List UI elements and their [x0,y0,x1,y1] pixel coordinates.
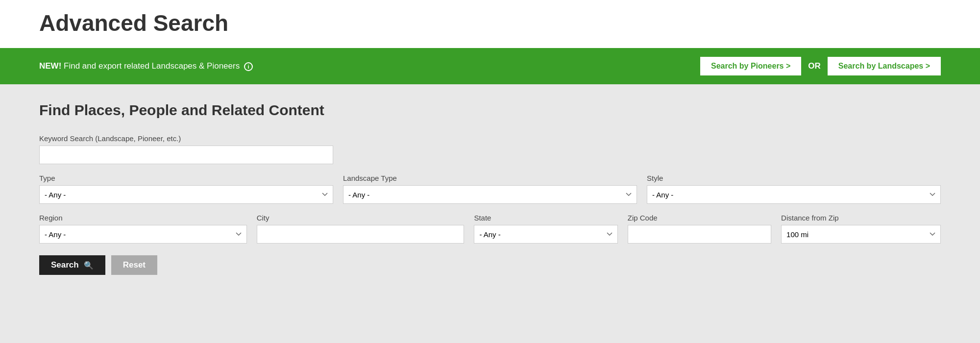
landscape-type-select[interactable]: - Any - [343,185,637,204]
distance-label: Distance from Zip [781,214,941,222]
zip-group: Zip Code [628,214,771,244]
type-select[interactable]: - Any - [39,185,333,204]
landscape-type-label: Landscape Type [343,174,637,182]
keyword-group: Keyword Search (Landscape, Pioneer, etc.… [39,134,941,164]
form-buttons: Search 🔍 Reset [39,255,941,275]
state-label: State [474,214,617,222]
or-label: OR [808,61,821,71]
style-select[interactable]: - Any - [647,185,941,204]
section-title: Find Places, People and Related Content [39,102,941,119]
city-label: City [257,214,465,222]
type-group: Type - Any - [39,174,333,204]
page-title: Advanced Search [39,10,941,36]
search-by-pioneers-button[interactable]: Search by Pioneers > [700,57,801,75]
reset-button[interactable]: Reset [111,255,157,275]
main-content: Find Places, People and Related Content … [0,84,980,298]
keyword-input[interactable] [39,146,333,164]
banner-new-label: NEW! [39,61,61,71]
zip-input[interactable] [628,225,771,244]
distance-group: Distance from Zip 100 mi 25 mi 50 mi 200… [781,214,941,244]
type-row: Type - Any - Landscape Type - Any - Styl… [39,174,941,204]
location-row: Region - Any - City State - Any - Zip Co… [39,214,941,244]
state-group: State - Any - [474,214,617,244]
search-button-label: Search [51,260,79,270]
search-form: Keyword Search (Landscape, Pioneer, etc.… [39,134,941,275]
city-input[interactable] [257,225,465,244]
region-group: Region - Any - [39,214,247,244]
zip-label: Zip Code [628,214,771,222]
landscape-type-group: Landscape Type - Any - [343,174,637,204]
type-label: Type [39,174,333,182]
banner-description: Find and export related Landscapes & Pio… [64,61,240,71]
style-group: Style - Any - [647,174,941,204]
style-label: Style [647,174,941,182]
distance-select[interactable]: 100 mi 25 mi 50 mi 200 mi [781,225,941,244]
city-group: City [257,214,465,244]
page-header: Advanced Search [0,0,980,48]
state-select[interactable]: - Any - [474,225,617,244]
region-select[interactable]: - Any - [39,225,247,244]
search-by-landscapes-button[interactable]: Search by Landscapes > [828,57,941,75]
keyword-label: Keyword Search (Landscape, Pioneer, etc.… [39,134,941,143]
banner-actions: Search by Pioneers > OR Search by Landsc… [700,57,941,75]
search-button[interactable]: Search 🔍 [39,255,105,275]
search-icon: 🔍 [84,261,94,270]
info-icon[interactable]: i [244,62,253,71]
region-label: Region [39,214,247,222]
banner-text: NEW! Find and export related Landscapes … [39,61,692,71]
green-banner: NEW! Find and export related Landscapes … [0,48,980,84]
